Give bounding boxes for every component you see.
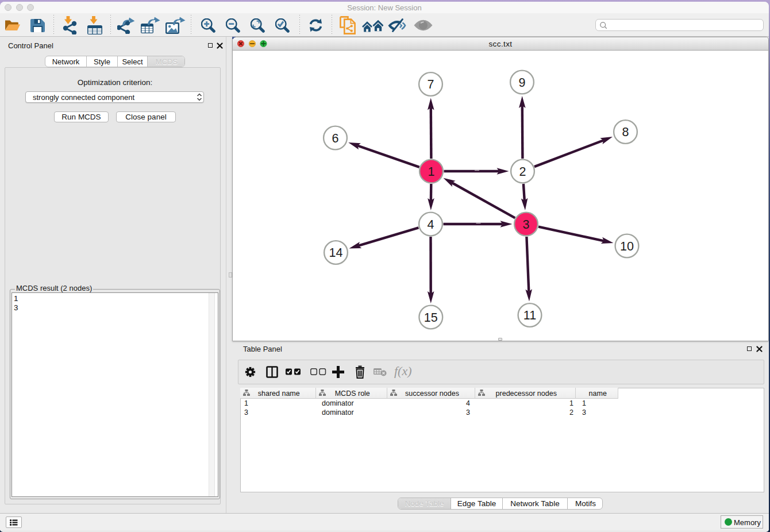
svg-text:15: 15 [424, 311, 438, 325]
svg-text:1: 1 [428, 165, 435, 179]
svg-text:8: 8 [622, 125, 629, 139]
svg-text:9: 9 [519, 76, 526, 90]
svg-text:3: 3 [523, 218, 530, 232]
svg-text:10: 10 [620, 240, 634, 253]
svg-text:6: 6 [332, 132, 339, 145]
svg-text:7: 7 [428, 78, 434, 91]
svg-text:4: 4 [428, 218, 434, 232]
svg-text:2: 2 [519, 165, 526, 179]
svg-text:14: 14 [329, 246, 343, 260]
svg-text:11: 11 [523, 309, 536, 322]
